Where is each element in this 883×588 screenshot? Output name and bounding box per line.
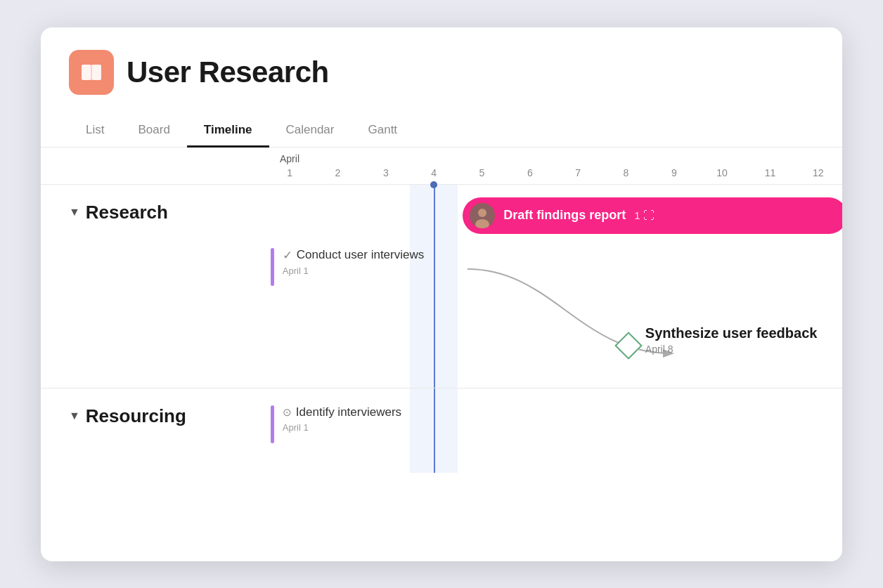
day-11: 11 bbox=[746, 167, 794, 178]
identify-interviewers-title: ⊙ Identify interviewers bbox=[283, 405, 401, 419]
today-dot bbox=[430, 181, 437, 188]
synthesize-card: Synthesize user feedback April 8 bbox=[645, 325, 818, 355]
day-10: 10 bbox=[698, 167, 746, 178]
identify-interviewers-bar bbox=[271, 405, 274, 443]
timeline-body: ▼ Research bbox=[41, 185, 842, 473]
conduct-interviews-date: April 1 bbox=[283, 266, 424, 276]
synthesize-date: April 8 bbox=[645, 344, 818, 355]
conduct-interviews-bar bbox=[271, 248, 274, 286]
day-9: 9 bbox=[650, 167, 698, 178]
conduct-interviews-card: ✓ Conduct user interviews April 1 bbox=[271, 248, 424, 286]
tab-gantt[interactable]: Gantt bbox=[352, 115, 415, 148]
day-7: 7 bbox=[554, 167, 602, 178]
resourcing-label-col: ▼ Resourcing bbox=[41, 388, 266, 473]
svg-rect-1 bbox=[92, 65, 101, 80]
day-1: 1 bbox=[266, 167, 314, 178]
synthesize-title: Synthesize user feedback bbox=[645, 325, 818, 341]
draft-findings-bar[interactable]: Draft findings report 1 ⛶ bbox=[463, 197, 842, 234]
research-timeline: Draft findings report 1 ⛶ ✓ Conduct use bbox=[266, 185, 842, 388]
day-3: 3 bbox=[362, 167, 410, 178]
resourcing-timeline: ⊙ Identify interviewers April 1 bbox=[266, 388, 842, 473]
task-avatar bbox=[470, 203, 495, 228]
draft-findings-badge: 1 ⛶ bbox=[634, 209, 654, 222]
svg-rect-2 bbox=[91, 65, 93, 80]
research-label-col: ▼ Research bbox=[41, 185, 266, 388]
today-line bbox=[434, 185, 435, 388]
subtask-icon: ⛶ bbox=[643, 209, 655, 222]
day-4: 4 bbox=[410, 167, 458, 178]
project-title-row: User Research bbox=[69, 50, 814, 95]
resourcing-today-line bbox=[434, 388, 435, 473]
research-chevron-icon[interactable]: ▼ bbox=[69, 206, 80, 218]
resourcing-group-row: ▼ Resourcing ⊙ Identify interv bbox=[41, 388, 842, 473]
day-2: 2 bbox=[314, 167, 361, 178]
check-icon: ✓ bbox=[283, 248, 292, 263]
draft-findings-label: Draft findings report bbox=[503, 208, 626, 223]
day-6: 6 bbox=[506, 167, 554, 178]
tab-list[interactable]: List bbox=[69, 115, 121, 148]
day-8: 8 bbox=[602, 167, 650, 178]
tab-timeline[interactable]: Timeline bbox=[187, 115, 269, 148]
resourcing-chevron-icon[interactable]: ▼ bbox=[69, 410, 80, 422]
svg-point-4 bbox=[478, 209, 486, 217]
resourcing-group-label: Resourcing bbox=[86, 405, 186, 427]
project-icon bbox=[69, 50, 114, 95]
day-12: 12 bbox=[794, 167, 842, 178]
identify-interviewers-card: ⊙ Identify interviewers April 1 bbox=[271, 405, 401, 443]
date-header-empty bbox=[41, 148, 266, 184]
day-5: 5 bbox=[458, 167, 505, 178]
book-open-icon bbox=[79, 60, 104, 85]
app-window: User Research List Board Timeline Calend… bbox=[41, 27, 842, 561]
identify-interviewers-date: April 1 bbox=[283, 422, 401, 433]
badge-count: 1 bbox=[634, 209, 640, 221]
research-group-label: Research bbox=[86, 202, 168, 223]
circle-check-icon: ⊙ bbox=[283, 406, 292, 419]
month-label: April bbox=[280, 153, 299, 164]
page-title: User Research bbox=[127, 55, 329, 89]
research-group-row: ▼ Research bbox=[41, 185, 842, 388]
day-numbers: 1 2 3 4 5 6 7 8 9 10 11 12 bbox=[266, 148, 842, 184]
tab-bar: List Board Timeline Calendar Gantt bbox=[69, 115, 814, 147]
date-columns: April 1 2 3 4 5 6 7 8 9 10 11 12 bbox=[266, 148, 842, 184]
svg-rect-0 bbox=[82, 65, 91, 80]
tab-board[interactable]: Board bbox=[121, 115, 186, 148]
timeline-container: April 1 2 3 4 5 6 7 8 9 10 11 12 bbox=[41, 148, 842, 473]
date-header: April 1 2 3 4 5 6 7 8 9 10 11 12 bbox=[41, 148, 842, 185]
header: User Research List Board Timeline Calend… bbox=[41, 27, 842, 148]
conduct-interviews-title: ✓ Conduct user interviews bbox=[283, 248, 424, 263]
tab-calendar[interactable]: Calendar bbox=[269, 115, 352, 148]
